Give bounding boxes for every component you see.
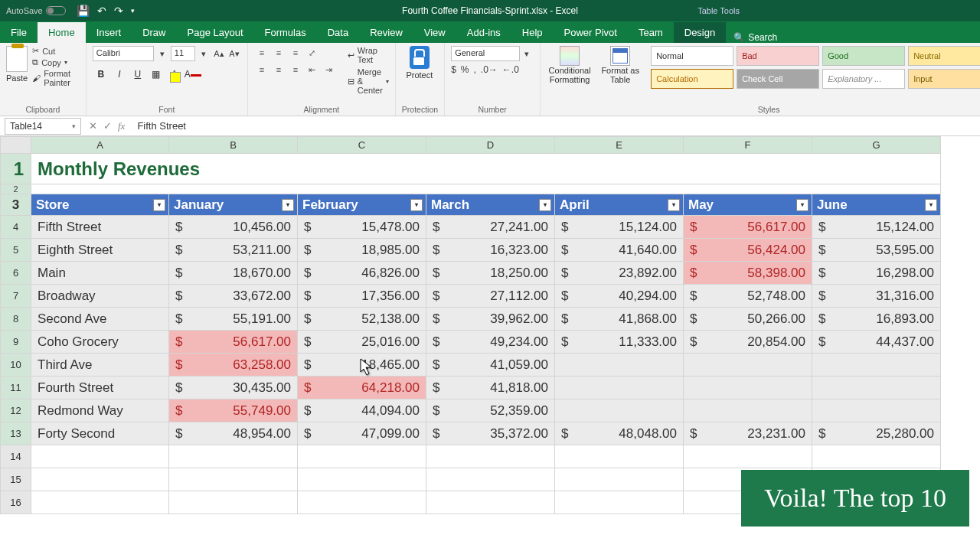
table-cell[interactable]: $15,124.00	[555, 216, 684, 239]
empty-cell[interactable]	[555, 445, 684, 468]
fx-icon[interactable]: fx	[118, 120, 125, 132]
table-header-store[interactable]: Store▾	[31, 194, 169, 216]
table-cell[interactable]: $40,294.00	[555, 285, 684, 308]
empty-cell[interactable]	[31, 491, 169, 514]
underline-button[interactable]: U	[129, 66, 146, 83]
tab-data[interactable]: Data	[317, 22, 359, 43]
empty-cell[interactable]	[169, 468, 298, 491]
table-cell[interactable]: $48,048.00	[555, 422, 684, 445]
row-header-14[interactable]: 14	[1, 445, 31, 468]
style-explanatory[interactable]: Explanatory ...	[822, 69, 905, 89]
number-format-combo[interactable]: General	[451, 46, 520, 61]
tell-me-search[interactable]: 🔍Search	[733, 32, 777, 43]
table-cell[interactable]: $41,868.00	[555, 308, 684, 331]
name-box[interactable]: Table14▾	[5, 118, 81, 135]
merge-center-button[interactable]: ⊟Merge & Center▾	[348, 67, 389, 95]
row-header-4[interactable]: 4	[1, 216, 31, 239]
border-button[interactable]: ▦	[148, 66, 165, 83]
filter-icon[interactable]: ▾	[539, 199, 551, 211]
cut-button[interactable]: ✂Cut	[32, 46, 80, 56]
filter-icon[interactable]: ▾	[796, 199, 808, 211]
tab-page-layout[interactable]: Page Layout	[177, 22, 254, 43]
number-format-dd[interactable]: ▾	[520, 46, 534, 61]
row-header-2[interactable]: 2	[1, 184, 31, 194]
filter-icon[interactable]: ▾	[153, 199, 165, 211]
empty-cell[interactable]	[555, 491, 684, 514]
row-header-3[interactable]: 3	[1, 194, 31, 216]
table-cell[interactable]: $41,059.00	[426, 354, 555, 377]
tab-team[interactable]: Team	[628, 22, 674, 43]
align-top-button[interactable]: ≡	[254, 46, 270, 60]
table-cell[interactable]: $25,280.00	[812, 422, 941, 445]
increase-indent-button[interactable]: ⇥	[322, 63, 337, 77]
row-header-16[interactable]: 16	[1, 491, 31, 514]
table-cell[interactable]: Fifth Street	[31, 216, 169, 239]
table-cell[interactable]: $18,985.00	[298, 239, 426, 262]
table-cell[interactable]: $23,892.00	[555, 262, 684, 285]
style-normal[interactable]: Normal	[651, 46, 733, 66]
qat-customize-icon[interactable]: ▾	[131, 7, 135, 15]
table-cell[interactable]: Fourth Street	[31, 377, 169, 399]
table-cell[interactable]: Main	[31, 262, 169, 285]
table-cell[interactable]: $44,094.00	[298, 399, 426, 422]
empty-cell[interactable]	[426, 445, 555, 468]
table-cell[interactable]: $16,298.00	[812, 262, 941, 285]
table-cell[interactable]: $15,124.00	[812, 216, 941, 239]
tab-view[interactable]: View	[413, 22, 456, 43]
row-header-10[interactable]: 10	[1, 354, 31, 377]
filter-icon[interactable]: ▾	[925, 199, 937, 211]
table-cell[interactable]: $56,424.00	[684, 239, 812, 262]
column-header-E[interactable]: E	[555, 137, 684, 154]
column-header-B[interactable]: B	[169, 137, 298, 154]
table-cell[interactable]: $41,640.00	[555, 239, 684, 262]
empty-cell[interactable]	[298, 468, 426, 491]
font-size-combo[interactable]: 11	[171, 46, 195, 61]
accounting-button[interactable]: $	[451, 64, 456, 75]
sheet-title-cell[interactable]: Monthly Revenues	[31, 154, 941, 184]
tab-file[interactable]: File	[0, 22, 38, 43]
style-input[interactable]: Input	[908, 69, 980, 89]
table-cell[interactable]	[555, 354, 684, 377]
table-cell[interactable]: $27,241.00	[426, 216, 555, 239]
protect-button[interactable]: Protect	[402, 46, 437, 80]
table-cell[interactable]	[812, 377, 941, 399]
empty-cell[interactable]	[426, 491, 555, 514]
empty-cell[interactable]	[31, 445, 169, 468]
table-cell[interactable]: $15,478.00	[298, 216, 426, 239]
empty-cell[interactable]	[298, 445, 426, 468]
undo-icon[interactable]: ↶	[97, 5, 106, 17]
empty-cell[interactable]	[426, 468, 555, 491]
table-cell[interactable]: Forty Second	[31, 422, 169, 445]
table-cell[interactable]	[555, 399, 684, 422]
tab-review[interactable]: Review	[359, 22, 413, 43]
table-cell[interactable]: $52,138.00	[298, 308, 426, 331]
table-cell[interactable]: $18,250.00	[426, 262, 555, 285]
copy-button[interactable]: ⧉Copy▾	[32, 57, 80, 67]
wrap-text-button[interactable]: ↩Wrap Text	[348, 46, 389, 64]
style-bad[interactable]: Bad	[737, 46, 819, 66]
tab-addins[interactable]: Add-ins	[456, 22, 511, 43]
format-as-table-button[interactable]: Format as Table	[597, 46, 643, 84]
formula-input[interactable]: Fifth Street	[132, 119, 980, 133]
conditional-formatting-button[interactable]: Conditional Formatting	[547, 46, 593, 84]
filter-icon[interactable]: ▾	[668, 199, 680, 211]
table-cell[interactable]: $11,333.00	[555, 331, 684, 354]
autosave-toggle[interactable]: AutoSave	[6, 6, 66, 15]
table-cell[interactable]: $35,372.00	[426, 422, 555, 445]
table-cell[interactable]: $64,218.00	[298, 377, 426, 399]
table-cell[interactable]: $16,323.00	[426, 239, 555, 262]
table-cell[interactable]	[812, 399, 941, 422]
font-size-dd[interactable]: ▾	[197, 46, 211, 61]
table-cell[interactable]: $56,617.00	[684, 216, 812, 239]
table-cell[interactable]: $27,112.00	[426, 285, 555, 308]
cancel-formula-icon[interactable]: ✕	[89, 120, 97, 132]
table-cell[interactable]: $46,826.00	[298, 262, 426, 285]
table-cell[interactable]: $10,456.00	[169, 216, 298, 239]
style-good[interactable]: Good	[822, 46, 905, 66]
row-header-8[interactable]: 8	[1, 308, 31, 331]
grow-font-button[interactable]: A▴	[212, 46, 226, 61]
table-cell[interactable]: $23,231.00	[684, 422, 812, 445]
fill-color-button[interactable]: A	[166, 66, 183, 83]
table-cell[interactable]	[684, 399, 812, 422]
align-middle-button[interactable]: ≡	[271, 46, 286, 60]
